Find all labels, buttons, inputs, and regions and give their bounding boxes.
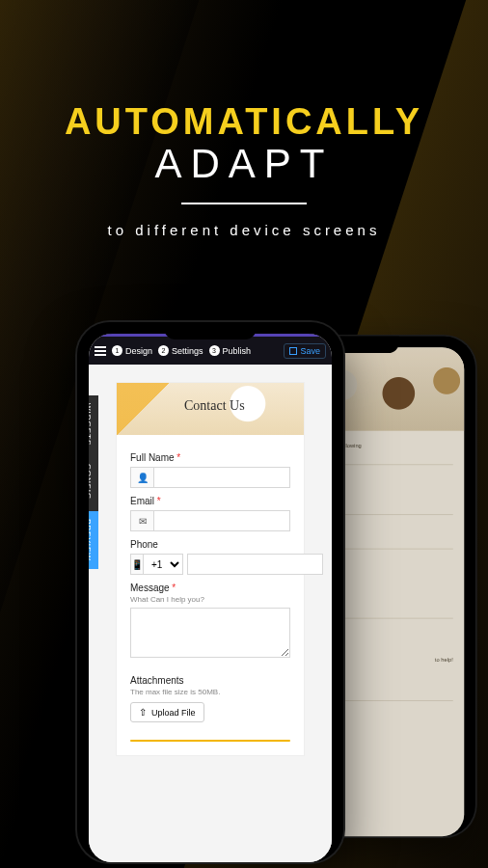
- phone-code-select[interactable]: +1: [143, 554, 183, 575]
- step-number: 3: [209, 345, 220, 356]
- email-label-text: Email: [130, 496, 154, 506]
- phone-front-screen: 1 Design 2 Settings 3 Publish Save: [89, 334, 332, 862]
- save-button[interactable]: Save: [284, 343, 326, 359]
- upload-file-button[interactable]: ⇧ Upload File: [130, 702, 204, 722]
- message-label: Message *: [130, 583, 290, 593]
- tab-config[interactable]: CONFIG: [89, 453, 98, 511]
- save-icon: [289, 347, 297, 355]
- step-number: 2: [158, 345, 169, 356]
- required-mark: *: [176, 452, 180, 463]
- message-placeholder-hint: What Can I help you?: [130, 595, 290, 604]
- contact-form: Full Name * Email *: [117, 435, 304, 755]
- side-tabs: WIDGETS CONFIG PREVIEW: [89, 395, 98, 569]
- notch: [164, 322, 257, 339]
- step-design[interactable]: 1 Design: [112, 345, 152, 356]
- phone-label: Phone: [130, 539, 290, 550]
- tab-preview[interactable]: PREVIEW: [89, 511, 98, 569]
- message-label-text: Message: [130, 583, 170, 593]
- email-label: Email *: [130, 496, 290, 506]
- headline-line1: AUTOMATICALLY: [0, 101, 488, 143]
- headline-sub: to different device screens: [0, 222, 488, 238]
- form-hero: Contact Us: [117, 383, 304, 435]
- phone-front: 1 Design 2 Settings 3 Publish Save: [77, 322, 343, 862]
- headline-line2: ADAPT: [0, 141, 488, 187]
- mail-icon: [130, 510, 153, 531]
- step-settings[interactable]: 2 Settings: [158, 345, 203, 356]
- user-icon: [130, 467, 153, 488]
- upload-label: Upload File: [151, 708, 196, 718]
- fullname-label: Full Name *: [130, 452, 290, 463]
- fullname-label-text: Full Name: [130, 452, 175, 463]
- editor-canvas: WIDGETS CONFIG PREVIEW Contact Us Full N…: [89, 365, 332, 862]
- step-publish[interactable]: 3 Publish: [209, 345, 252, 356]
- attachments-hint: The max file size is 50MB.: [130, 688, 290, 696]
- hero-script: Contact Us: [184, 398, 245, 413]
- email-input[interactable]: [153, 510, 290, 531]
- menu-icon[interactable]: [95, 346, 106, 356]
- phone-input[interactable]: [187, 554, 323, 575]
- required-mark: *: [157, 496, 161, 506]
- step-label: Design: [125, 346, 152, 356]
- headline-block: AUTOMATICALLY ADAPT to different device …: [0, 0, 488, 238]
- step-label: Settings: [172, 346, 203, 356]
- phone-field: +1: [130, 554, 290, 575]
- headline-divider: [181, 203, 307, 204]
- accent-divider: [130, 740, 290, 742]
- phones-row: at occasion. Please complete the followi…: [0, 322, 488, 868]
- step-number: 1: [112, 345, 122, 356]
- tab-widgets[interactable]: WIDGETS: [89, 395, 98, 453]
- form-card: Contact Us Full Name * Email: [116, 382, 305, 756]
- phone-icon: [130, 554, 143, 575]
- message-textarea[interactable]: [130, 608, 290, 658]
- attachments-label: Attachments: [130, 675, 290, 686]
- email-field: [130, 510, 290, 531]
- fullname-input[interactable]: [153, 467, 290, 488]
- fullname-field: [130, 467, 290, 488]
- upload-icon: ⇧: [139, 707, 147, 718]
- save-label: Save: [300, 346, 320, 356]
- required-mark: *: [172, 583, 176, 593]
- step-label: Publish: [223, 346, 252, 356]
